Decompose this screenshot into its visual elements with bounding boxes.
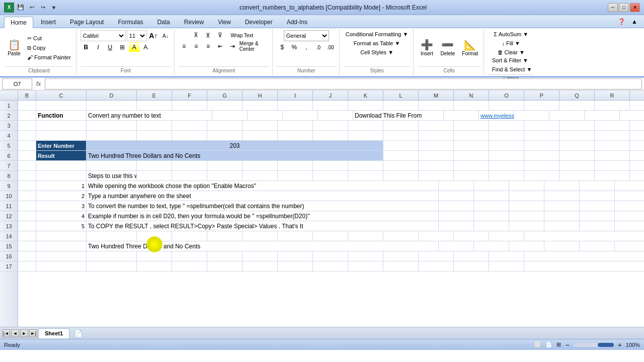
cell-c3[interactable] (36, 121, 87, 130)
formula-input[interactable] (45, 78, 642, 89)
cell-j4[interactable] (313, 131, 348, 140)
cell-h1[interactable] (243, 101, 278, 110)
cell-n13[interactable] (544, 221, 580, 231)
cell-f8[interactable] (172, 171, 207, 180)
cell-e14[interactable] (137, 231, 172, 241)
cell-b1[interactable] (18, 101, 36, 110)
cell-d2[interactable]: Convert any number to text (87, 111, 212, 120)
cell-j7[interactable] (313, 161, 348, 170)
cell-k10[interactable] (439, 191, 474, 201)
cell-n11[interactable] (544, 201, 580, 211)
cell-f1[interactable] (172, 101, 207, 110)
cell-g1[interactable] (207, 101, 243, 110)
close-button[interactable]: ✕ (630, 3, 640, 12)
cell-i16[interactable] (278, 251, 313, 261)
sheet-nav-next[interactable]: ► (20, 329, 28, 337)
cell-k4[interactable] (348, 131, 383, 140)
cell-j16[interactable] (313, 251, 348, 261)
ribbon-collapse-button[interactable]: ▲ (629, 17, 640, 27)
cell-j3[interactable] (313, 121, 348, 130)
cell-f3[interactable] (172, 121, 207, 130)
cell-d15[interactable]: Two Hundred Three Dollars and No Cents (87, 241, 439, 251)
cell-k15[interactable] (439, 241, 474, 251)
cell-o8[interactable] (489, 171, 524, 180)
cell-k12[interactable] (439, 211, 474, 221)
cell-m14[interactable] (419, 231, 454, 241)
view-normal-button[interactable]: ⬜ (534, 341, 541, 348)
cell-c10[interactable]: 2 (36, 191, 87, 201)
cell-f16[interactable] (172, 251, 207, 261)
cut-button[interactable]: ✂ Cut (25, 34, 73, 43)
copy-button[interactable]: ⧉ Copy (25, 44, 73, 52)
cell-d6-value[interactable]: Two Hundred Three Dollars and No Cents (87, 151, 383, 160)
cell-j17[interactable] (313, 261, 348, 271)
cell-e16[interactable] (137, 251, 172, 261)
cell-k13[interactable] (439, 221, 474, 231)
cell-d11[interactable]: To convert the number to text, type " =s… (87, 201, 439, 211)
cell-h7[interactable] (243, 161, 278, 170)
cell-l9[interactable] (474, 181, 509, 191)
cell-b4[interactable] (18, 131, 36, 140)
delete-cells-button[interactable]: ➖ Delete (438, 38, 457, 58)
cell-o9[interactable] (580, 181, 615, 191)
cell-n2[interactable] (585, 111, 620, 120)
cell-m6[interactable] (454, 151, 489, 160)
cell-s4[interactable] (630, 131, 644, 140)
sheet-nav-last[interactable]: ►| (29, 329, 37, 337)
cell-q6[interactable] (595, 151, 630, 160)
merge-center-button[interactable]: Merge & Center (239, 41, 269, 51)
sheet-nav-first[interactable]: |◄ (2, 329, 10, 337)
zoom-out-button[interactable]: − (565, 341, 569, 349)
cell-l5[interactable] (419, 141, 454, 150)
align-right-button[interactable]: ≡ (203, 41, 214, 51)
qa-save[interactable]: 💾 (16, 3, 25, 12)
cell-o11[interactable] (580, 201, 615, 211)
cell-i2[interactable]: Download This File From (353, 111, 444, 120)
cell-r8[interactable] (595, 171, 630, 180)
cell-i4[interactable] (278, 131, 313, 140)
fill-color-button[interactable]: A (129, 42, 140, 52)
cell-i8[interactable] (278, 171, 313, 180)
cell-h14[interactable] (243, 231, 278, 241)
cell-e1[interactable] (137, 101, 172, 110)
clear-button[interactable]: 🗑 Clear ▼ (496, 48, 527, 56)
autosum-button[interactable]: Σ AutoSum ▼ (492, 30, 530, 38)
font-name-select[interactable]: Calibri (80, 30, 126, 41)
cell-l1[interactable] (383, 101, 419, 110)
cell-c16[interactable] (36, 251, 87, 261)
cell-s7[interactable] (630, 161, 644, 170)
cell-f14[interactable] (172, 231, 207, 241)
cell-f7[interactable] (172, 161, 207, 170)
tab-formulas[interactable]: Formulas (111, 16, 149, 28)
paste-button[interactable]: 📋 Paste (5, 38, 23, 58)
cell-k16[interactable] (348, 251, 383, 261)
cell-n10[interactable] (544, 191, 580, 201)
cell-l15[interactable] (474, 241, 509, 251)
cell-m15[interactable] (509, 241, 544, 251)
cell-m2[interactable] (549, 111, 585, 120)
cell-k9[interactable] (439, 181, 474, 191)
cell-m11[interactable] (509, 201, 544, 211)
cell-q4[interactable] (559, 131, 595, 140)
decrease-font-button[interactable]: A↓ (160, 31, 171, 41)
decrease-decimal-button[interactable]: .0 (313, 42, 324, 52)
cell-p1[interactable] (524, 101, 559, 110)
cell-n6[interactable] (489, 151, 524, 160)
comma-button[interactable]: , (301, 42, 312, 52)
cell-f17[interactable] (172, 261, 207, 271)
cell-q7[interactable] (559, 161, 595, 170)
view-layout-button[interactable]: 📄 (545, 341, 552, 348)
cell-g2[interactable] (283, 111, 318, 120)
tab-developer[interactable]: Developer (238, 16, 279, 28)
fill-button[interactable]: ↓ Fill ▼ (500, 39, 522, 47)
cell-c7[interactable] (36, 161, 87, 170)
cell-c6-header[interactable]: Result (36, 151, 87, 160)
cell-i3[interactable] (278, 121, 313, 130)
cell-b6[interactable] (18, 151, 36, 160)
cell-n17[interactable] (454, 261, 489, 271)
cell-b13[interactable] (18, 221, 36, 231)
increase-indent-button[interactable]: ⇥ (227, 41, 238, 51)
increase-font-button[interactable]: A↑ (148, 31, 159, 41)
cell-j2[interactable] (444, 111, 479, 120)
zoom-in-button[interactable]: + (618, 341, 622, 349)
